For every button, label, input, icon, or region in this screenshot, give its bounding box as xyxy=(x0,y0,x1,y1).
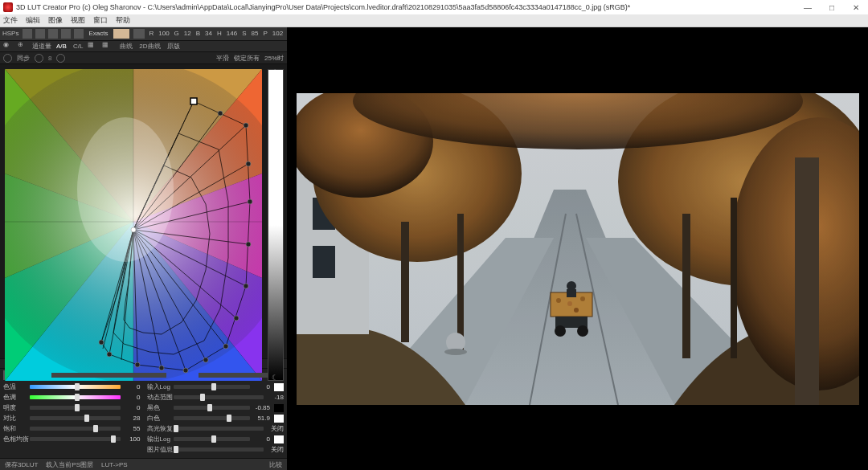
slider-row: 黑色-0.85 xyxy=(147,403,285,413)
exacts-button[interactable]: Exacts xyxy=(85,30,111,37)
slider-value: 0 xyxy=(252,383,270,390)
color-swatch-alt[interactable] xyxy=(133,29,145,39)
slider-track[interactable] xyxy=(30,385,121,389)
pct-label[interactable]: 25%时 xyxy=(264,54,284,63)
slider-swatch[interactable] xyxy=(274,404,284,412)
slider-track[interactable] xyxy=(174,427,264,431)
color-grid-area[interactable]: ☀ ☾ xyxy=(0,64,287,358)
lut-ps-button[interactable]: LUT->PS xyxy=(101,461,128,468)
menu-window[interactable]: 窗口 xyxy=(93,15,108,26)
sync-label[interactable]: 同步 xyxy=(17,54,30,63)
p-label: P xyxy=(263,30,267,37)
slider-label: 动态范围 xyxy=(147,393,171,402)
tool-icon[interactable] xyxy=(74,29,84,39)
slider-label: 饱和 xyxy=(3,424,27,433)
eyedropper-icon[interactable]: ◉ xyxy=(3,41,13,51)
tool-icon[interactable] xyxy=(61,29,71,39)
tab-cl[interactable]: C/L xyxy=(73,43,83,50)
svg-rect-48 xyxy=(297,93,859,405)
slider-row: 明度0 xyxy=(3,403,141,413)
slider-track[interactable] xyxy=(174,385,251,389)
slider-track[interactable] xyxy=(174,395,264,399)
reset-icon[interactable] xyxy=(3,54,12,63)
svg-point-15 xyxy=(159,366,164,370)
slider-label: 黑色 xyxy=(147,403,171,412)
minimize-button[interactable]: — xyxy=(796,3,820,12)
slider-label: 明度 xyxy=(3,403,27,412)
tab-2dgrid[interactable]: 2D曲线 xyxy=(139,42,160,51)
toolbar-tools: ◉ ⊕ 通道量 A/B C/L ▦ ▦ 曲线 2D曲线 原版 xyxy=(0,41,287,53)
slider-track[interactable] xyxy=(30,395,121,399)
slider-row: 输入Log0 xyxy=(147,382,285,392)
app-icon xyxy=(3,2,13,12)
tab-ab[interactable]: A/B xyxy=(56,43,67,50)
menu-help[interactable]: 帮助 xyxy=(116,15,130,26)
p-val: 102 xyxy=(272,30,283,37)
svg-rect-4 xyxy=(190,98,197,104)
tab-curves[interactable]: 曲线 xyxy=(120,42,133,51)
slider-track[interactable] xyxy=(30,437,121,441)
slider-swatch[interactable] xyxy=(274,383,284,391)
svg-point-5 xyxy=(218,111,223,116)
tool-icon[interactable] xyxy=(48,29,58,39)
load-ps-button[interactable]: 载入当前PS图层 xyxy=(46,460,93,469)
left-panel: HSPs Exacts R100 G12 B34 H146 S85 P102 ◉… xyxy=(0,27,287,470)
bottom-bar: 保存3DLUT 载入当前PS图层 LUT->PS 比较 xyxy=(0,458,287,470)
slider-track[interactable] xyxy=(174,416,251,420)
slider-swatch[interactable] xyxy=(274,435,284,443)
h-val: 146 xyxy=(227,30,237,37)
slider-track[interactable] xyxy=(174,437,251,441)
master-slider[interactable] xyxy=(51,373,166,378)
grid-icon[interactable]: ▦ xyxy=(102,41,112,51)
g-label: G xyxy=(174,30,179,37)
svg-point-8 xyxy=(248,199,252,204)
mode-label[interactable]: HSPs xyxy=(2,30,18,37)
r-val: 100 xyxy=(158,30,169,37)
save-3dlut-button[interactable]: 保存3DLUT xyxy=(5,460,38,469)
slider-label: 输入Log xyxy=(147,382,171,391)
menu-bar: 文件 编辑 图像 视图 窗口 帮助 xyxy=(0,14,868,27)
slider-label: 对比 xyxy=(3,414,27,423)
svg-point-9 xyxy=(246,242,251,247)
color-wheel[interactable] xyxy=(5,69,262,381)
slider-track[interactable] xyxy=(30,406,121,410)
menu-file[interactable]: 文件 xyxy=(3,15,18,26)
tab-volume[interactable]: 原版 xyxy=(167,42,180,51)
slider-track[interactable] xyxy=(30,427,121,431)
channels-label[interactable]: 通道量 xyxy=(32,42,51,51)
luminance-slider[interactable]: ☀ ☾ xyxy=(268,69,284,381)
slider-label: 色调 xyxy=(3,393,27,402)
menu-view[interactable]: 视图 xyxy=(71,15,85,26)
menu-edit[interactable]: 编辑 xyxy=(26,15,40,26)
grid-icon[interactable]: ▦ xyxy=(88,41,97,51)
image-preview[interactable] xyxy=(297,93,859,405)
toolbar-grid-opts: 同步 8 平滑 锁定所有 25%时 xyxy=(0,52,287,64)
slider-track[interactable] xyxy=(174,406,251,410)
svg-point-6 xyxy=(244,123,248,128)
window-title: 3D LUT Creator Pro (c) Oleg Sharonov - C… xyxy=(16,3,630,11)
svg-point-7 xyxy=(246,161,251,166)
tool-icon[interactable] xyxy=(23,29,32,39)
slider-row: 色温0 xyxy=(3,382,141,392)
b-val: 34 xyxy=(205,30,212,37)
color-swatch[interactable] xyxy=(113,29,129,39)
slider-value: 28 xyxy=(123,415,141,422)
slider-label: 高光恢复 xyxy=(147,424,171,433)
opt-icon[interactable] xyxy=(56,54,65,63)
b-label: B xyxy=(196,30,200,37)
maximize-button[interactable]: □ xyxy=(820,3,844,12)
menu-image[interactable]: 图像 xyxy=(48,15,63,26)
close-button[interactable]: ✕ xyxy=(844,3,868,12)
lock-label[interactable]: 锁定所有 xyxy=(234,54,260,63)
gamma-slider[interactable] xyxy=(199,373,268,378)
target-icon[interactable]: ⊕ xyxy=(18,41,27,51)
slider-track[interactable] xyxy=(30,416,121,420)
slider-label: 图片值息 xyxy=(147,445,171,454)
slider-swatch[interactable] xyxy=(274,415,284,423)
tool-icon[interactable] xyxy=(35,29,45,39)
avg-label[interactable]: 平滑 xyxy=(216,54,229,63)
slider-track[interactable] xyxy=(174,448,264,452)
opt-icon[interactable] xyxy=(35,54,43,63)
slider-label: 输出Log xyxy=(147,435,171,443)
compare-button[interactable]: 比较 xyxy=(269,460,282,469)
